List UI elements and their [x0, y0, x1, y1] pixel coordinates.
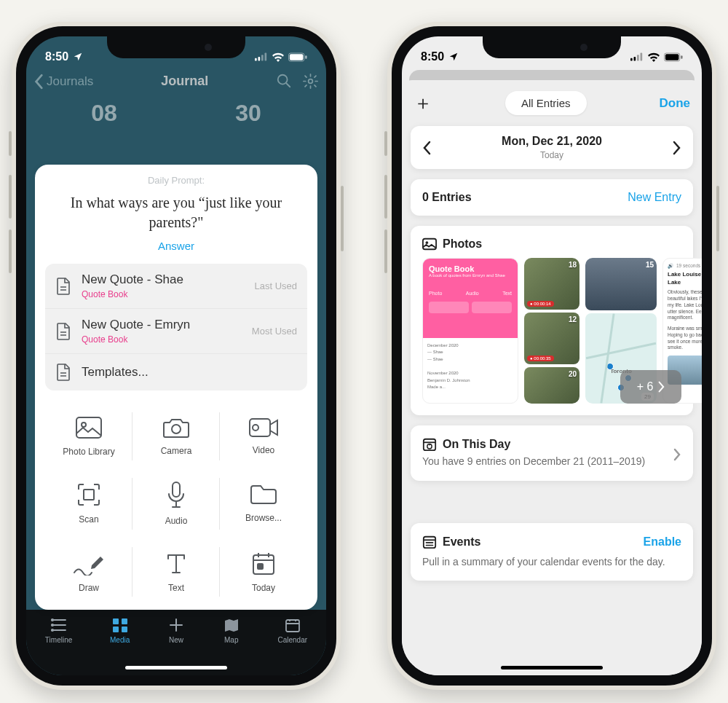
mic-icon — [167, 481, 186, 508]
map-icon — [223, 617, 240, 633]
home-indicator[interactable] — [501, 666, 603, 669]
action-label: Audio — [165, 516, 188, 526]
pencil-draw-icon — [73, 551, 105, 576]
timeline-icon — [50, 617, 68, 633]
wifi-icon — [647, 52, 660, 62]
svg-rect-6 — [305, 55, 306, 59]
action-audio[interactable]: Audio — [132, 469, 220, 539]
action-label: Scan — [79, 514, 98, 525]
templates-more-row[interactable]: Templates... — [45, 353, 307, 390]
filter-pill[interactable]: All Entries — [505, 91, 587, 115]
prev-day-button[interactable] — [422, 141, 432, 155]
cell-signal-icon — [255, 52, 268, 61]
events-card: Events Enable Pull in a summary of your … — [411, 523, 693, 581]
photo-icon — [75, 416, 103, 439]
location-icon — [73, 52, 83, 62]
new-entry-sheet: Daily Prompt: In what ways are you “just… — [35, 165, 317, 610]
svg-rect-2 — [261, 55, 264, 60]
video-icon — [248, 417, 279, 438]
template-row[interactable]: New Quote - ShaeQuote Book Last Used — [45, 264, 307, 308]
thumb-body: Moraine was smoky and hazy. Hoping to go… — [668, 326, 702, 351]
tab-label: Calendar — [277, 636, 307, 644]
action-label: Video — [253, 445, 274, 455]
thumb-title: Lake Louise and Moraine Lake — [668, 271, 702, 287]
action-label: Camera — [161, 446, 192, 456]
plus-icon — [167, 617, 185, 633]
templates-group: New Quote - ShaeQuote Book Last Used New… — [45, 264, 307, 390]
add-button[interactable]: ＋ — [414, 90, 432, 116]
home-indicator[interactable] — [125, 666, 227, 669]
svg-point-11 — [51, 629, 52, 631]
calendar-refresh-icon — [422, 437, 437, 452]
svg-rect-15 — [122, 627, 127, 632]
enable-button[interactable]: Enable — [644, 535, 681, 549]
entries-count: 0 Entries — [422, 191, 472, 204]
action-browse[interactable]: Browse... — [220, 469, 307, 539]
location-icon — [448, 52, 459, 62]
template-row[interactable]: New Quote - EmrynQuote Book Most Used — [45, 308, 307, 353]
template-sub: Quote Book — [82, 289, 244, 299]
on-this-day-card[interactable]: On This Day You have 9 entries on Decemb… — [411, 425, 693, 481]
chevron-right-icon — [673, 447, 681, 462]
thumb-badge: 20 — [569, 370, 577, 378]
tab-timeline[interactable]: Timeline — [45, 617, 72, 644]
next-day-button[interactable] — [671, 141, 681, 155]
tab-label: Timeline — [45, 636, 72, 644]
more-label: + 6 — [637, 380, 654, 393]
action-camera[interactable]: Camera — [132, 404, 220, 469]
thumb-badge: 18 — [569, 261, 577, 269]
done-button[interactable]: Done — [660, 96, 691, 111]
tab-media[interactable]: Media — [110, 617, 130, 644]
svg-rect-13 — [122, 618, 127, 624]
svg-point-19 — [172, 425, 181, 433]
svg-point-9 — [51, 619, 52, 621]
svg-rect-12 — [113, 618, 119, 624]
svg-rect-32 — [681, 55, 682, 59]
entries-card: 0 Entries New Entry — [411, 179, 693, 216]
tab-map[interactable]: Map — [223, 617, 240, 644]
battery-icon — [664, 52, 683, 62]
svg-rect-26 — [630, 58, 633, 61]
events-sub: Pull in a summary of your calendar event… — [422, 555, 681, 570]
document-icon — [55, 363, 71, 382]
photo-thumb[interactable]: Quote Book A book of quotes from Emryn a… — [422, 258, 518, 404]
action-video[interactable]: Video — [220, 404, 307, 469]
tab-label: Media — [110, 636, 130, 644]
photo-thumb[interactable]: 18● 00:00:14 12● 00:00:35 20 — [524, 258, 579, 404]
date-title: Mon, Dec 21, 2020 — [502, 135, 602, 148]
new-entry-button[interactable]: New Entry — [628, 191, 681, 204]
action-photo-library[interactable]: Photo Library — [45, 404, 132, 469]
photos-card: Photos Quote Book A book of quotes from … — [411, 226, 693, 415]
template-title: New Quote - Shae — [82, 272, 244, 287]
svg-rect-14 — [113, 627, 119, 632]
svg-rect-1 — [258, 57, 261, 60]
more-photos-button[interactable]: + 6 — [620, 370, 681, 404]
action-today[interactable]: Today — [220, 538, 307, 605]
tab-label: Map — [224, 636, 238, 644]
action-scan[interactable]: Scan — [45, 469, 132, 539]
action-draw[interactable]: Draw — [45, 538, 132, 605]
svg-rect-17 — [76, 417, 101, 438]
action-label: Today — [252, 583, 275, 593]
calendar-list-icon — [422, 535, 437, 549]
template-meta: Last Used — [254, 280, 297, 291]
photos-strip[interactable]: Quote Book A book of quotes from Emryn a… — [422, 258, 681, 404]
phone-right: 8:50 ＋ All Entries Done — [387, 22, 716, 690]
svg-rect-0 — [255, 58, 257, 61]
otd-title: On This Day — [443, 438, 510, 451]
events-title: Events — [443, 535, 480, 549]
camera-icon — [162, 417, 190, 439]
daily-prompt-text: In what ways are you “just like your par… — [63, 193, 290, 232]
action-text[interactable]: Text — [132, 538, 220, 605]
svg-rect-23 — [173, 482, 180, 497]
tab-calendar[interactable]: Calendar — [277, 617, 307, 644]
answer-button[interactable]: Answer — [45, 240, 307, 252]
action-grid: Photo Library Camera Video Scan — [45, 404, 307, 605]
otd-sub: You have 9 entries on December 21 (2011–… — [422, 455, 673, 469]
photos-title: Photos — [443, 237, 482, 251]
tab-new[interactable]: New — [167, 617, 185, 644]
battery-icon — [288, 52, 307, 62]
date-sub: Today — [540, 150, 563, 160]
document-icon — [55, 277, 71, 296]
photos-icon — [422, 237, 437, 251]
